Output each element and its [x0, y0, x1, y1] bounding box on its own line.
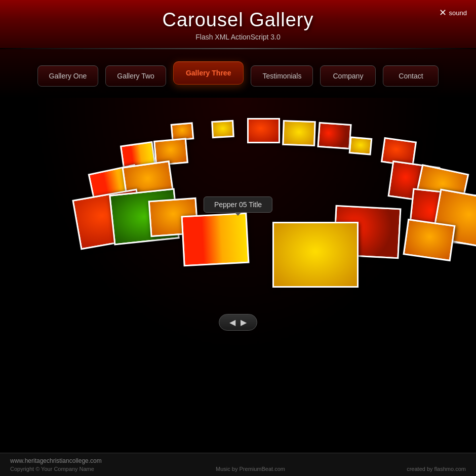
- carousel-navigation[interactable]: ◀ ▶: [219, 314, 257, 331]
- nav-testimonials[interactable]: Testimonials: [251, 65, 313, 87]
- footer-bottom: Copyright © Your Company Name Music by P…: [10, 466, 466, 472]
- photo-card[interactable]: [403, 219, 455, 262]
- footer: www.heritagechristiancollege.com Copyrig…: [0, 453, 476, 476]
- photo-card[interactable]: [181, 213, 249, 267]
- footer-created: created by flashmo.com: [407, 466, 466, 472]
- arrow-left[interactable]: ◀: [229, 318, 235, 327]
- nav-gallery-three[interactable]: Gallery Three: [173, 61, 244, 85]
- nav-company[interactable]: Company: [320, 65, 376, 87]
- photo-card[interactable]: [317, 122, 351, 149]
- main-content: Pepper 05 Title: [0, 98, 476, 391]
- photo-card[interactable]: [211, 120, 234, 138]
- photo-card[interactable]: [247, 118, 280, 143]
- page-subtitle: Flash XML ActionScript 3.0: [0, 33, 476, 41]
- sound-icon: ✕: [439, 7, 447, 18]
- sound-label: sound: [449, 9, 467, 17]
- carousel-tooltip: Pepper 05 Title: [204, 196, 272, 213]
- footer-copyright: Copyright © Your Company Name: [10, 466, 94, 472]
- sound-button[interactable]: ✕ sound: [439, 7, 467, 18]
- navigation: Gallery One Gallery Two Gallery Three Te…: [0, 49, 476, 98]
- carousel: Pepper 05 Title: [66, 118, 410, 310]
- footer-website[interactable]: www.heritagechristiancollege.com: [10, 457, 466, 464]
- footer-music: Music by PremiumBeat.com: [216, 466, 285, 472]
- page-title: Carousel Gallery: [0, 9, 476, 31]
- photo-card[interactable]: [282, 120, 316, 146]
- header: Carousel Gallery Flash XML ActionScript …: [0, 0, 476, 48]
- nav-gallery-one[interactable]: Gallery One: [37, 65, 99, 87]
- photo-card[interactable]: [349, 136, 373, 155]
- arrow-right[interactable]: ▶: [241, 318, 247, 327]
- photo-card-center[interactable]: [272, 222, 359, 288]
- nav-contact[interactable]: Contact: [383, 65, 439, 87]
- nav-gallery-two[interactable]: Gallery Two: [105, 65, 166, 87]
